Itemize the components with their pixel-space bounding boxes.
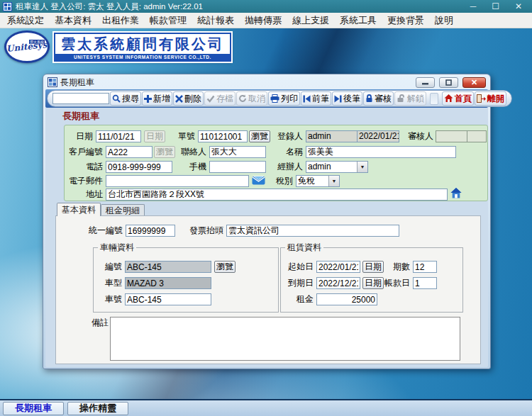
printer-icon bbox=[270, 94, 279, 103]
basic-data-panel: 統一編號 發票抬頭 車輛資料 編號 瀏覽 車型 車號 租賃資料 起始日 bbox=[55, 215, 481, 364]
order-no-label: 單號 bbox=[171, 130, 195, 142]
menu-item-reports[interactable]: 統計報表 bbox=[197, 14, 234, 27]
agent-dropdown-icon[interactable]: ▼ bbox=[357, 162, 367, 172]
phone-input[interactable] bbox=[106, 161, 172, 173]
plus-icon bbox=[144, 95, 152, 103]
rental-legend: 租賃資料 bbox=[285, 242, 323, 254]
auditor-label: 審核人 bbox=[402, 130, 433, 142]
cancel-button: 取消 bbox=[236, 91, 267, 106]
customer-no-input[interactable] bbox=[106, 146, 153, 158]
next-record-button[interactable]: 後筆 bbox=[332, 91, 362, 106]
memo-textarea[interactable] bbox=[110, 317, 460, 361]
tab-rent-detail[interactable]: 租金明細 bbox=[101, 204, 145, 216]
menu-item-rental-ops[interactable]: 出租作業 bbox=[102, 14, 139, 27]
exit-door-icon bbox=[477, 94, 486, 103]
tax-dropdown-icon[interactable]: ▼ bbox=[328, 176, 339, 186]
header-form-panel: 日期 日期 單號 瀏覽 登錄人 admin 2022/01/21 審核人 客戶編… bbox=[64, 125, 488, 201]
approve-label: 審核 bbox=[375, 93, 392, 105]
billing-day-input[interactable] bbox=[413, 277, 437, 289]
uniform-no-label: 統一編號 bbox=[84, 225, 123, 237]
doc-title: 長期租車 bbox=[60, 77, 411, 89]
app-icon bbox=[3, 2, 12, 11]
vehicle-model-label: 車型 bbox=[99, 277, 122, 289]
menu-item-support[interactable]: 線上支援 bbox=[292, 14, 329, 27]
bottom-taskbar: 長期租車 操作精靈 bbox=[0, 399, 532, 416]
mobile-label: 手機 bbox=[175, 161, 206, 173]
add-button[interactable]: 新增 bbox=[142, 91, 172, 106]
company-banner: 雲太系統顧問有限公司 UNITESYS SYSTEM INFORMATION S… bbox=[54, 33, 231, 62]
address-input[interactable] bbox=[106, 189, 448, 201]
date-label: 日期 bbox=[69, 130, 93, 142]
print-button[interactable]: 列印 bbox=[268, 91, 300, 106]
auditor-field bbox=[436, 130, 487, 142]
uniform-no-input[interactable] bbox=[126, 225, 175, 237]
email-input[interactable] bbox=[106, 175, 249, 187]
tab-basic-data[interactable]: 基本資料 bbox=[57, 203, 101, 216]
order-browse-button[interactable]: 瀏覽 bbox=[249, 130, 270, 142]
start-date-input[interactable] bbox=[316, 261, 360, 273]
vehicle-model-input bbox=[125, 277, 211, 289]
company-name-zh: 雲太系統顧問有限公司 bbox=[61, 35, 224, 52]
doc-maximize-button[interactable] bbox=[439, 77, 458, 88]
memo-label: 備註 bbox=[87, 317, 109, 329]
vehicle-plate-label: 車號 bbox=[99, 293, 122, 305]
maximize-icon[interactable]: ☐ bbox=[492, 1, 499, 12]
unitesys-oval-logo: Unitesys 雲太系統 bbox=[4, 30, 50, 63]
tax-select[interactable]: 免稅 ▼ bbox=[296, 175, 340, 187]
save-button: 存檔 bbox=[204, 91, 235, 106]
toolbar-spacer bbox=[430, 93, 438, 105]
taskbar-item-wizard[interactable]: 操作精靈 bbox=[67, 402, 128, 415]
search-input[interactable] bbox=[52, 93, 109, 104]
menu-item-basic-data[interactable]: 基本資料 bbox=[55, 14, 92, 27]
phone-label: 電話 bbox=[72, 161, 103, 173]
end-date-input[interactable] bbox=[316, 277, 360, 289]
vehicle-plate-input[interactable] bbox=[125, 293, 211, 305]
menu-item-background[interactable]: 更換背景 bbox=[387, 14, 424, 27]
order-no-input[interactable] bbox=[198, 130, 248, 142]
start-date-picker-button[interactable]: 日期 bbox=[362, 261, 384, 273]
delete-button[interactable]: 刪除 bbox=[173, 91, 204, 106]
customer-browse-button: 瀏覽 bbox=[154, 146, 175, 158]
print-label: 列印 bbox=[281, 93, 298, 105]
rent-input[interactable] bbox=[316, 293, 377, 305]
house-icon[interactable] bbox=[450, 188, 462, 198]
home-button[interactable]: 首頁 bbox=[442, 91, 474, 106]
envelope-icon[interactable] bbox=[252, 175, 265, 185]
menu-item-accounts[interactable]: 帳款管理 bbox=[150, 14, 187, 27]
agent-label: 經辦人 bbox=[273, 161, 303, 173]
customer-no-label: 客戶編號 bbox=[65, 146, 103, 158]
invoice-title-input[interactable] bbox=[226, 225, 399, 237]
periods-input[interactable] bbox=[413, 261, 437, 273]
home-icon bbox=[444, 94, 453, 103]
approve-button[interactable]: 審核 bbox=[363, 91, 394, 106]
doc-window-icon bbox=[48, 77, 57, 87]
taskbar-item-long-term-rental[interactable]: 長期租車 bbox=[3, 402, 64, 415]
unlock-label: 解鎖 bbox=[407, 93, 424, 105]
form-heading: 長期租車 bbox=[62, 110, 99, 123]
exit-label: 離開 bbox=[487, 93, 504, 105]
undo-icon bbox=[238, 94, 247, 103]
delete-label: 刪除 bbox=[184, 93, 201, 105]
mobile-input[interactable] bbox=[209, 161, 266, 173]
agent-select[interactable]: admin ▼ bbox=[306, 161, 368, 173]
date-input[interactable] bbox=[96, 130, 141, 142]
menu-item-help[interactable]: 說明 bbox=[435, 14, 453, 27]
name-input[interactable] bbox=[306, 146, 456, 158]
previous-record-button[interactable]: 前筆 bbox=[301, 91, 331, 106]
contact-input[interactable] bbox=[209, 146, 266, 158]
menu-item-tools[interactable]: 系統工具 bbox=[340, 14, 377, 27]
search-button[interactable]: 搜尋 bbox=[110, 91, 141, 106]
email-label: 電子郵件 bbox=[65, 175, 103, 187]
close-icon[interactable]: ✕ bbox=[515, 1, 522, 12]
doc-minimize-button[interactable] bbox=[416, 77, 435, 88]
doc-close-button[interactable]: ✕ bbox=[462, 77, 486, 88]
company-name-en: UNITESYS SYSTEM INFORMATION SERVICE CO.,… bbox=[55, 54, 230, 60]
vehicle-browse-button[interactable]: 瀏覽 bbox=[214, 261, 235, 273]
exit-button[interactable]: 離開 bbox=[475, 91, 506, 106]
doc-titlebar[interactable]: 長期租車 ✕ bbox=[45, 75, 488, 89]
periods-label: 期數 bbox=[386, 261, 410, 273]
check-icon bbox=[206, 95, 215, 103]
menu-item-vouchers[interactable]: 拋轉傳票 bbox=[245, 14, 282, 27]
minimize-icon[interactable]: ─ bbox=[470, 1, 477, 12]
menu-item-system-settings[interactable]: 系統設定 bbox=[7, 14, 44, 27]
